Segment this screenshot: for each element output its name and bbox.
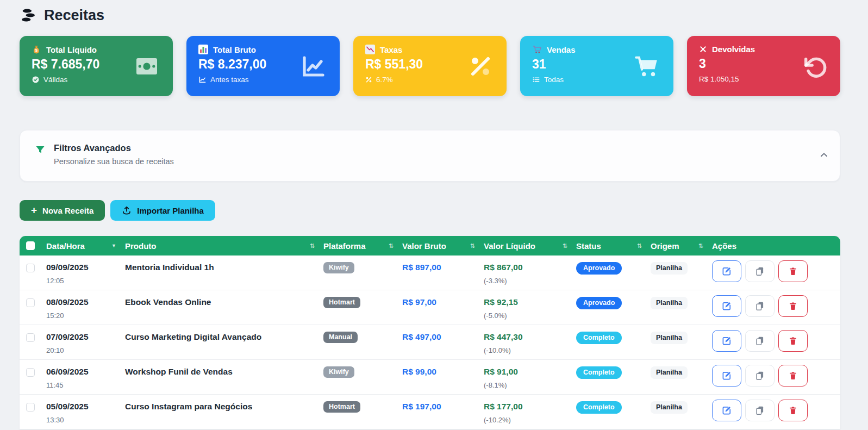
stat-card-vendas: Vendas 31 Todas — [520, 36, 673, 96]
duplicate-button[interactable] — [745, 260, 775, 282]
origin-badge: Planilha — [651, 332, 688, 344]
bar-chart-icon — [198, 45, 208, 54]
upload-icon — [122, 205, 132, 215]
card-footer-label: 6.7% — [376, 76, 393, 84]
select-all-checkbox[interactable] — [26, 241, 35, 250]
chevron-up-icon[interactable] — [819, 150, 829, 160]
advanced-filters-panel[interactable]: Filtros Avançados Personalize sua busca … — [20, 130, 840, 182]
card-footer-label: Válidas — [43, 76, 67, 84]
sort-icon: ⇅ — [470, 242, 475, 250]
platform-badge: Kiwify — [323, 366, 354, 378]
toolbar: + Nova Receita Importar Planilha — [20, 200, 840, 221]
row-checkbox[interactable] — [26, 403, 35, 412]
row-net-delta: (-5.0%) — [484, 311, 576, 320]
row-time: 11:45 — [46, 381, 125, 389]
column-header-status[interactable]: Status ⇅ — [576, 241, 651, 251]
card-label: Vendas — [547, 45, 576, 54]
banknote-icon — [134, 53, 160, 79]
edit-button[interactable] — [712, 400, 741, 421]
undo-icon — [802, 54, 827, 79]
delete-button[interactable] — [778, 260, 808, 282]
column-header-acoes: Ações — [712, 241, 840, 251]
row-product: Mentoria Individual 1h — [125, 255, 323, 290]
x-icon — [699, 45, 707, 53]
cart-icon — [532, 45, 542, 54]
edit-icon — [721, 370, 732, 381]
row-gross-value: R$ 497,00 — [402, 325, 484, 359]
edit-icon — [721, 266, 732, 277]
column-header-valor-bruto[interactable]: Valor Bruto ⇅ — [402, 241, 484, 251]
nova-receita-button[interactable]: + Nova Receita — [20, 200, 105, 221]
table-row: 09/09/202512:05 Mentoria Individual 1h K… — [20, 255, 840, 290]
row-date: 09/09/2025 — [46, 263, 125, 272]
table-row: 08/09/202515:20 Ebook Vendas Online Hotm… — [20, 290, 840, 325]
receitas-table: Data/Hora ▼ Produto ⇅ Plataforma ⇅ Valor… — [20, 236, 840, 429]
copy-icon — [754, 301, 765, 311]
duplicate-button[interactable] — [745, 365, 775, 387]
row-product: Ebook Vendas Online — [125, 290, 323, 325]
sort-icon: ⇅ — [563, 242, 567, 250]
table-row: 07/09/202520:10 Curso Marketing Digital … — [20, 325, 840, 360]
row-net-value: R$ 92,15 — [484, 297, 576, 307]
duplicate-button[interactable] — [745, 400, 775, 421]
percent-big-icon — [467, 53, 494, 79]
delete-button[interactable] — [778, 400, 808, 421]
row-checkbox[interactable] — [26, 264, 35, 272]
copy-icon — [754, 266, 765, 277]
sort-icon: ⇅ — [698, 242, 703, 250]
status-badge: Aprovado — [576, 297, 622, 309]
card-label: Total Bruto — [213, 45, 256, 54]
status-badge: Aprovado — [576, 262, 622, 275]
row-net-delta: (-3.3%) — [484, 277, 576, 285]
funnel-icon — [35, 145, 46, 155]
edit-icon — [721, 405, 732, 416]
row-product: Curso Marketing Digital Avançado — [125, 325, 323, 359]
row-net-value: R$ 867,00 — [484, 263, 576, 272]
card-label: Taxas — [380, 45, 402, 54]
row-time: 13:30 — [46, 416, 125, 424]
delete-button[interactable] — [778, 330, 808, 352]
table-header: Data/Hora ▼ Produto ⇅ Plataforma ⇅ Valor… — [20, 236, 840, 255]
check-circle-icon — [32, 76, 40, 84]
row-date: 07/09/2025 — [46, 332, 125, 342]
trash-icon — [788, 371, 798, 381]
edit-button[interactable] — [712, 260, 741, 282]
filters-title: Filtros Avançados — [54, 143, 174, 153]
list-icon — [532, 76, 540, 84]
column-header-valor-liquido[interactable]: Valor Líquido ⇅ — [484, 241, 576, 251]
platform-badge: Manual — [323, 332, 358, 343]
money-bag-icon: $ — [32, 45, 41, 54]
sort-icon: ⇅ — [389, 242, 394, 250]
row-net-value: R$ 91,00 — [484, 367, 576, 377]
row-checkbox[interactable] — [26, 368, 35, 377]
column-header-origem[interactable]: Origem ⇅ — [651, 241, 712, 251]
origin-badge: Planilha — [651, 366, 688, 379]
status-badge: Completo — [576, 366, 622, 379]
row-date: 05/09/2025 — [46, 402, 125, 412]
column-header-data-hora[interactable]: Data/Hora ▼ — [46, 241, 125, 251]
origin-badge: Planilha — [651, 262, 688, 275]
stat-card-taxas: Taxas R$ 551,30 6.7% — [353, 36, 507, 96]
column-header-plataforma[interactable]: Plataforma ⇅ — [323, 241, 402, 251]
page: Receitas $ Total Líquido R$ 7.685,70 Vál… — [20, 0, 840, 429]
delete-button[interactable] — [778, 365, 808, 387]
row-net-delta: (-10.2%) — [484, 416, 576, 424]
sort-icon: ⇅ — [637, 242, 642, 250]
table-row: 06/09/202511:45 Workshop Funil de Vendas… — [20, 360, 840, 395]
row-checkbox[interactable] — [26, 333, 35, 342]
edit-button[interactable] — [712, 365, 741, 387]
column-header-produto[interactable]: Produto ⇅ — [125, 241, 323, 251]
row-gross-value: R$ 97,00 — [402, 290, 484, 325]
delete-button[interactable] — [778, 295, 808, 317]
edit-button[interactable] — [712, 295, 741, 317]
platform-badge: Kiwify — [323, 262, 354, 273]
chart-down-icon — [365, 45, 375, 54]
duplicate-button[interactable] — [745, 330, 775, 352]
trash-icon — [788, 301, 798, 311]
status-badge: Completo — [576, 401, 622, 414]
edit-button[interactable] — [712, 330, 741, 352]
platform-badge: Hotmart — [323, 401, 360, 413]
importar-planilha-button[interactable]: Importar Planilha — [110, 200, 215, 221]
row-checkbox[interactable] — [26, 298, 35, 307]
duplicate-button[interactable] — [745, 295, 775, 317]
